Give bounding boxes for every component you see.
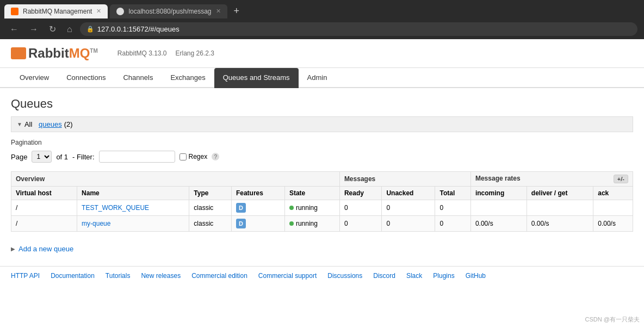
footer-link[interactable]: Plugins: [433, 272, 454, 280]
pagination-section: Pagination Page 1 of 1 - Filter: Regex ?: [11, 139, 633, 163]
col-type: Type: [189, 187, 232, 200]
reload-button[interactable]: ↻: [46, 23, 59, 35]
logo-mq: MQ: [69, 46, 90, 60]
section-prefix: All: [24, 120, 32, 128]
pagination-controls: Page 1 of 1 - Filter: Regex ?: [11, 151, 633, 163]
section-header: ▼ All queues(2): [11, 116, 633, 132]
cell-deliver-get: 0.00/s: [527, 216, 593, 232]
add-queue-section[interactable]: ▶ Add a new queue: [11, 240, 633, 257]
cell-incoming: [470, 200, 527, 216]
message-rates-group-header: Message rates +/-: [470, 172, 633, 187]
footer-link[interactable]: Discord: [373, 272, 395, 280]
queue-table-body: / TEST_WORK_QUEUE classic D running 0 0 …: [11, 200, 633, 232]
tab-localhost[interactable]: localhost:8080/push/messag ✕: [110, 4, 227, 18]
erlang-version: Erlang 26.2.3: [176, 49, 214, 57]
rabbitmq-favicon: [11, 8, 18, 15]
regex-checkbox[interactable]: [179, 153, 187, 160]
footer-link[interactable]: Discussions: [327, 272, 362, 280]
cell-type: classic: [189, 200, 232, 216]
forward-button[interactable]: →: [26, 23, 41, 35]
cell-state: running: [284, 216, 339, 232]
footer-link[interactable]: New releases: [141, 272, 181, 280]
col-deliver-get: deliver / get: [527, 187, 593, 200]
add-queue-label: Add a new queue: [18, 245, 73, 253]
cell-total: 0: [435, 200, 470, 216]
tab-rabbitmq[interactable]: RabbitMQ Management ✕: [4, 4, 108, 18]
footer-link[interactable]: Commercial edition: [191, 272, 247, 280]
back-button[interactable]: ←: [7, 23, 22, 35]
message-rates-label: Message rates: [475, 175, 521, 182]
cell-unacked: 0: [382, 216, 435, 232]
add-queue-arrow: ▶: [11, 246, 15, 252]
footer-link[interactable]: HTTP API: [11, 272, 40, 280]
regex-help[interactable]: ?: [212, 153, 219, 160]
logo-rabbit: Rabbit: [28, 46, 69, 60]
messages-group-header: Messages: [339, 172, 470, 187]
filter-input[interactable]: [99, 151, 175, 163]
plus-minus-button[interactable]: +/-: [614, 175, 628, 183]
table-row[interactable]: / my-queue classic D running 0 0 0 0.00/…: [11, 216, 633, 232]
col-ready: Ready: [339, 187, 382, 200]
section-link[interactable]: queues: [39, 120, 62, 128]
col-unacked: Unacked: [382, 187, 435, 200]
tab-label-rabbitmq: RabbitMQ Management: [23, 8, 92, 15]
cell-ready: 0: [339, 216, 382, 232]
table-row[interactable]: / TEST_WORK_QUEUE classic D running 0 0 …: [11, 200, 633, 216]
logo-text: RabbitMQTM: [28, 46, 98, 61]
tab-close-rabbitmq[interactable]: ✕: [96, 8, 101, 15]
footer-link[interactable]: Slack: [406, 272, 422, 280]
col-total: Total: [435, 187, 470, 200]
pagination-label: Pagination: [11, 139, 633, 146]
nav-queues-streams[interactable]: Queues and Streams: [214, 68, 299, 88]
cell-unacked: 0: [382, 200, 435, 216]
nav-overview[interactable]: Overview: [11, 68, 58, 88]
col-ack: ack: [593, 187, 633, 200]
nav-connections[interactable]: Connections: [58, 68, 114, 88]
cell-deliver-get: [527, 200, 593, 216]
lock-icon: 🔒: [86, 26, 94, 33]
cell-incoming: 0.00/s: [470, 216, 527, 232]
footer-link[interactable]: Documentation: [51, 272, 95, 280]
footer-link[interactable]: Tutorials: [106, 272, 131, 280]
browser-chrome: RabbitMQ Management ✕ localhost:8080/pus…: [0, 0, 644, 39]
app-header: RabbitMQTM RabbitMQ 3.13.0 Erlang 26.2.3: [0, 39, 644, 68]
tab-close-localhost[interactable]: ✕: [216, 8, 221, 15]
table-column-headers: Virtual host Name Type Features State Re…: [11, 187, 633, 200]
cell-features: D: [231, 200, 284, 216]
cell-virtual-host: /: [11, 216, 77, 232]
cell-name[interactable]: TEST_WORK_QUEUE: [77, 200, 189, 216]
url-bar[interactable]: 🔒 127.0.0.1:15672/#/queues: [80, 22, 637, 36]
tab-label-localhost: localhost:8080/push/messag: [128, 8, 211, 15]
footer-link[interactable]: GitHub: [466, 272, 486, 280]
filter-label: - Filter:: [72, 153, 94, 161]
section-count: (2): [64, 120, 73, 128]
new-tab-button[interactable]: +: [230, 3, 244, 19]
page-title: Queues: [11, 97, 633, 111]
page-content: Queues ▼ All queues(2) Pagination Page 1…: [0, 88, 644, 266]
cell-name[interactable]: my-queue: [77, 216, 189, 232]
overview-group-header: Overview: [11, 172, 340, 187]
tab-bar: RabbitMQ Management ✕ localhost:8080/pus…: [0, 0, 644, 19]
footer-link[interactable]: Commercial support: [258, 272, 317, 280]
app-footer: HTTP APIDocumentationTutorialsNew releas…: [0, 266, 644, 285]
cell-type: classic: [189, 216, 232, 232]
nav-channels[interactable]: Channels: [114, 68, 162, 88]
nav-admin[interactable]: Admin: [299, 68, 336, 88]
cell-ack: [593, 200, 633, 216]
address-bar: ← → ↻ ⌂ 🔒 127.0.0.1:15672/#/queues: [0, 19, 644, 39]
logo-tm: TM: [90, 48, 97, 54]
page-select[interactable]: 1: [32, 151, 52, 163]
collapse-arrow[interactable]: ▼: [17, 121, 22, 127]
url-text: 127.0.0.1:15672/#/queues: [97, 25, 179, 33]
regex-label: Regex: [179, 153, 208, 160]
cell-state: running: [284, 200, 339, 216]
watermark: CSDN @有一只柴夫: [585, 315, 640, 324]
col-state: State: [284, 187, 339, 200]
home-button[interactable]: ⌂: [64, 23, 76, 35]
cell-ack: 0.00/s: [593, 216, 633, 232]
nav-exchanges[interactable]: Exchanges: [162, 68, 214, 88]
app-container: RabbitMQTM RabbitMQ 3.13.0 Erlang 26.2.3…: [0, 39, 644, 328]
main-nav: Overview Connections Channels Exchanges …: [0, 68, 644, 88]
cell-features: D: [231, 216, 284, 232]
col-virtual-host: Virtual host: [11, 187, 77, 200]
